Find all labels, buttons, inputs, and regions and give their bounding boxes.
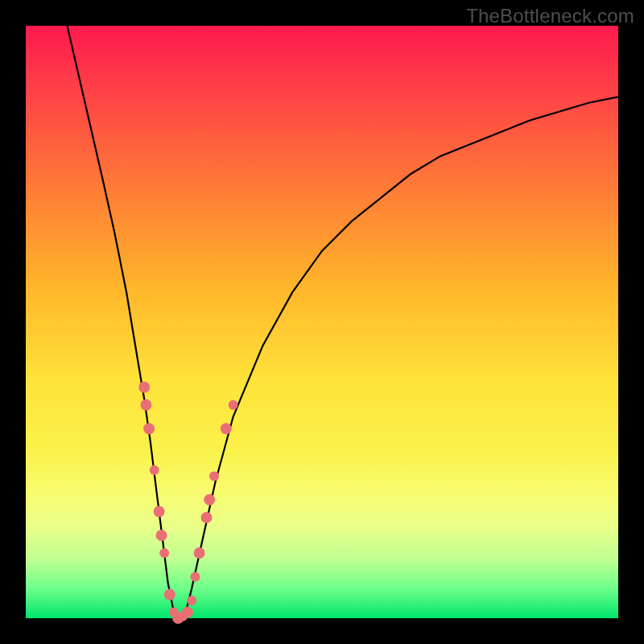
data-point	[194, 547, 205, 559]
data-point	[143, 423, 155, 435]
plot-area	[26, 26, 618, 618]
data-points-group	[138, 382, 237, 624]
data-point	[187, 596, 196, 605]
curve-svg	[26, 26, 618, 618]
bottleneck-curve	[68, 26, 619, 618]
data-point	[209, 471, 219, 481]
data-point	[182, 607, 193, 618]
watermark-text: TheBottleneck.com	[466, 5, 634, 27]
data-point	[201, 512, 213, 523]
data-point	[156, 530, 167, 541]
data-point	[204, 494, 215, 506]
data-point	[229, 400, 238, 410]
data-point	[164, 589, 175, 601]
data-point	[138, 382, 150, 393]
data-point	[154, 506, 165, 518]
data-point	[159, 548, 169, 558]
data-point	[191, 572, 200, 582]
data-point	[221, 423, 232, 435]
chart-frame: TheBottleneck.com	[0, 0, 644, 644]
data-point	[150, 465, 159, 475]
data-point	[140, 399, 151, 411]
